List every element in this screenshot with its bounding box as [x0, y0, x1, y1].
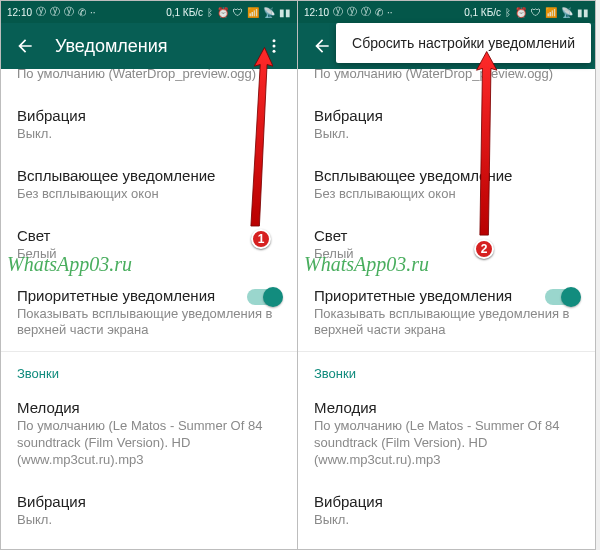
section-header-calls: Звонки — [1, 352, 297, 387]
statusbar: 12:10 ⓨ ⓨ ⓨ ✆ ·· 0,1 КБ/с ᛒ ⏰ 🛡 📶 📡 ▮▮ — [298, 1, 595, 23]
overflow-menu-item-reset[interactable]: Сбросить настройки уведомлений — [336, 23, 591, 63]
svg-point-1 — [273, 45, 276, 48]
signal-icon: 📶 — [247, 7, 259, 18]
setting-sub: Выкл. — [314, 126, 579, 143]
notif-dot-icon: ⓨ — [50, 5, 60, 19]
page-title: Уведомления — [55, 36, 245, 57]
setting-sub: По умолчанию (Le Matos - Summer Of 84 so… — [314, 418, 579, 469]
status-net: 0,1 КБ/с — [464, 7, 501, 18]
setting-title: Мелодия — [314, 399, 579, 416]
wifi-icon: 📡 — [263, 7, 275, 18]
status-time: 12:10 — [304, 7, 329, 18]
toggle-switch[interactable] — [247, 289, 281, 305]
notif-dot-icon: ⓨ — [36, 5, 46, 19]
setting-priority[interactable]: Приоритетные уведомления Показывать вспл… — [1, 275, 297, 352]
annotation-marker: 1 — [251, 229, 271, 249]
signal-icon: 📶 — [545, 7, 557, 18]
setting-title: Вибрация — [314, 107, 579, 124]
alarm-icon: ⏰ — [217, 7, 229, 18]
more-notifs-icon: ·· — [90, 7, 96, 18]
setting-call-vibration[interactable]: Вибрация Выкл. — [1, 481, 297, 541]
setting-light[interactable]: Свет Белый — [298, 215, 595, 275]
setting-title: Мелодия — [17, 399, 281, 416]
phone-right: 12:10 ⓨ ⓨ ⓨ ✆ ·· 0,1 КБ/с ᛒ ⏰ 🛡 📶 📡 ▮▮ С… — [298, 0, 596, 550]
whatsapp-icon: ✆ — [78, 7, 86, 18]
setting-sub: Показывать всплывающие уведомления в вер… — [17, 306, 281, 340]
battery-icon: ▮▮ — [577, 7, 589, 18]
setting-title: Всплывающее уведомление — [17, 167, 281, 184]
statusbar: 12:10 ⓨ ⓨ ⓨ ✆ ·· 0,1 КБ/с ᛒ ⏰ 🛡 📶 📡 ▮▮ — [1, 1, 297, 23]
setting-title: Свет — [17, 227, 281, 244]
wifi-icon: 📡 — [561, 7, 573, 18]
battery-icon: ▮▮ — [279, 7, 291, 18]
setting-sub: По умолчанию (WaterDrop_preview.ogg) — [17, 69, 281, 83]
setting-sub: Выкл. — [314, 512, 579, 529]
status-time: 12:10 — [7, 7, 32, 18]
setting-sub: По умолчанию (WaterDrop_preview.ogg) — [314, 69, 579, 83]
section-header-calls: Звонки — [298, 352, 595, 387]
vpn-icon: 🛡 — [233, 7, 243, 18]
setting-ringtone[interactable]: Мелодия По умолчанию (Le Matos - Summer … — [298, 387, 595, 481]
setting-priority[interactable]: Приоритетные уведомления Показывать вспл… — [298, 275, 595, 352]
toggle-switch[interactable] — [545, 289, 579, 305]
notif-dot-icon: ⓨ — [361, 5, 371, 19]
back-icon[interactable] — [9, 30, 41, 62]
notif-dot-icon: ⓨ — [333, 5, 343, 19]
setting-sub: По умолчанию (Le Matos - Summer Of 84 so… — [17, 418, 281, 469]
more-notifs-icon: ·· — [387, 7, 393, 18]
setting-sound[interactable]: Звук уведомления По умолчанию (WaterDrop… — [1, 69, 297, 95]
overflow-menu-icon[interactable] — [259, 31, 289, 61]
alarm-icon: ⏰ — [515, 7, 527, 18]
svg-point-0 — [273, 39, 276, 42]
setting-title: Свет — [314, 227, 579, 244]
notif-dot-icon: ⓨ — [347, 5, 357, 19]
bluetooth-icon: ᛒ — [207, 7, 213, 18]
settings-list[interactable]: Звук уведомления По умолчанию (WaterDrop… — [298, 69, 595, 549]
setting-sub: Выкл. — [17, 512, 281, 529]
bluetooth-icon: ᛒ — [505, 7, 511, 18]
setting-sub: Белый — [17, 246, 281, 263]
setting-title: Всплывающее уведомление — [314, 167, 579, 184]
setting-sub: Белый — [314, 246, 579, 263]
setting-sub: Выкл. — [17, 126, 281, 143]
setting-title: Вибрация — [17, 107, 281, 124]
annotation-marker: 2 — [474, 239, 494, 259]
svg-point-2 — [273, 50, 276, 53]
setting-title: Приоритетные уведомления — [17, 287, 281, 304]
vpn-icon: 🛡 — [531, 7, 541, 18]
setting-sub: Без всплывающих окон — [314, 186, 579, 203]
setting-popup[interactable]: Всплывающее уведомление Без всплывающих … — [298, 155, 595, 215]
setting-sub: Без всплывающих окон — [17, 186, 281, 203]
settings-list[interactable]: Звук уведомления По умолчанию (WaterDrop… — [1, 69, 297, 549]
setting-popup[interactable]: Всплывающее уведомление Без всплывающих … — [1, 155, 297, 215]
notif-dot-icon: ⓨ — [64, 5, 74, 19]
back-icon[interactable] — [306, 30, 338, 62]
setting-sub: Показывать всплывающие уведомления в вер… — [314, 306, 579, 340]
setting-title: Вибрация — [314, 493, 579, 510]
appbar: Уведомления — [1, 23, 297, 69]
setting-title: Вибрация — [17, 493, 281, 510]
setting-ringtone[interactable]: Мелодия По умолчанию (Le Matos - Summer … — [1, 387, 297, 481]
status-net: 0,1 КБ/с — [166, 7, 203, 18]
setting-vibration[interactable]: Вибрация Выкл. — [1, 95, 297, 155]
setting-title: Приоритетные уведомления — [314, 287, 579, 304]
setting-vibration[interactable]: Вибрация Выкл. — [298, 95, 595, 155]
phone-left: 12:10 ⓨ ⓨ ⓨ ✆ ·· 0,1 КБ/с ᛒ ⏰ 🛡 📶 📡 ▮▮ У… — [0, 0, 298, 550]
whatsapp-icon: ✆ — [375, 7, 383, 18]
setting-sound[interactable]: Звук уведомления По умолчанию (WaterDrop… — [298, 69, 595, 95]
setting-call-vibration[interactable]: Вибрация Выкл. — [298, 481, 595, 541]
